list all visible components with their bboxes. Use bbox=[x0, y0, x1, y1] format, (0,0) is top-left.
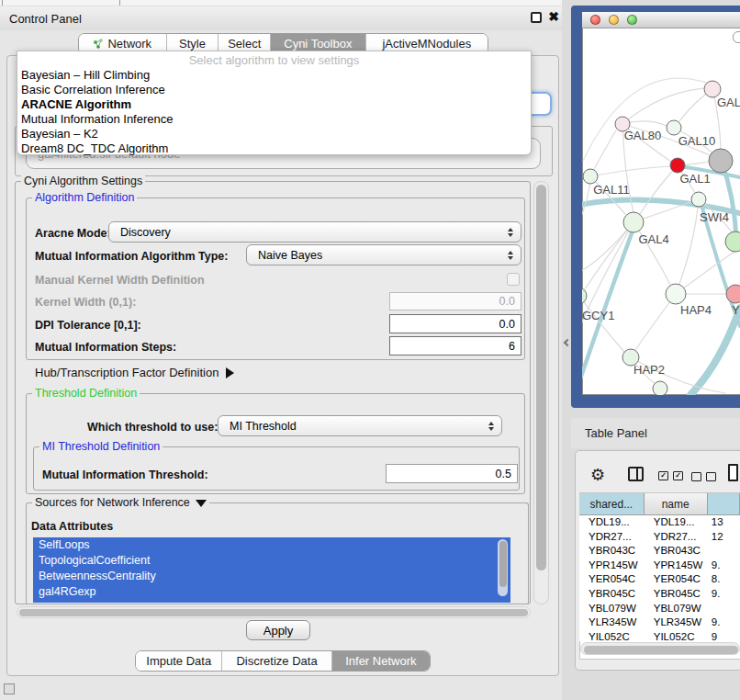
table-cell: YDL19... bbox=[645, 515, 708, 530]
dropdown-list: Bayesian – Hill ClimbingBasic Correlatio… bbox=[17, 68, 531, 156]
apply-button[interactable]: Apply bbox=[246, 620, 310, 640]
splitter-handle[interactable] bbox=[564, 339, 571, 346]
deselect-all-checkbox-icon[interactable] bbox=[706, 472, 716, 481]
settings-hscroll-thumb[interactable] bbox=[19, 609, 528, 616]
table-cell: YBR043C bbox=[645, 544, 708, 559]
dropdown-item[interactable]: Basic Correlation Inference bbox=[17, 83, 531, 97]
table-cell: YBR045C bbox=[645, 587, 708, 602]
settings-vertical-scrollbar[interactable] bbox=[533, 181, 549, 604]
tab-label: Style bbox=[179, 37, 206, 51]
network-window-titlebar[interactable] bbox=[582, 12, 740, 28]
network-node-label: GAL11 bbox=[593, 183, 630, 197]
kernel-width-field[interactable]: 0.0 bbox=[389, 292, 521, 310]
table-cell: 9 bbox=[708, 630, 740, 641]
dropdown-item[interactable]: Dream8 DC_TDC Algorithm bbox=[17, 141, 531, 156]
network-node[interactable] bbox=[709, 149, 733, 173]
table-panel-title: Table Panel bbox=[585, 426, 647, 440]
network-node-label: Y bbox=[732, 303, 740, 317]
network-node-gcy1[interactable] bbox=[582, 288, 587, 304]
gear-icon[interactable]: ⚙ bbox=[590, 465, 605, 485]
new-table-icon[interactable] bbox=[728, 464, 738, 481]
attribute-item[interactable]: BetweennessCentrality bbox=[33, 569, 510, 584]
table-row[interactable]: YPR145WYPR145W9. bbox=[579, 559, 740, 573]
control-panel-titlebar: Control Panel bbox=[0, 6, 562, 30]
table-row[interactable]: YBR043CYBR043C bbox=[579, 544, 740, 559]
table-row[interactable]: YDR27...YDR27...12 bbox=[579, 530, 740, 545]
close-icon[interactable]: ✖ bbox=[547, 9, 560, 24]
data-attributes-list: SelfLoopsTopologicalCoefficientBetweenne… bbox=[33, 537, 510, 603]
mi-steps-field[interactable]: 6 bbox=[389, 336, 521, 356]
dpi-tolerance-field[interactable]: 0.0 bbox=[389, 314, 521, 333]
network-node-swi4[interactable] bbox=[691, 192, 706, 207]
column-header[interactable]: shared... bbox=[579, 493, 645, 515]
table-row[interactable]: YBR045CYBR045C9. bbox=[579, 587, 740, 602]
dropdown-item[interactable]: Bayesian – K2 bbox=[17, 127, 531, 141]
column-header[interactable] bbox=[708, 493, 740, 515]
mi-type-combobox[interactable]: Naive Bayes bbox=[246, 244, 521, 265]
table-horizontal-scrollbar[interactable] bbox=[580, 642, 740, 655]
kernel-width-label: Kernel Width (0,1): bbox=[35, 296, 136, 309]
attributes-scrollbar[interactable] bbox=[498, 539, 508, 596]
attribute-item[interactable]: TopologicalCoefficient bbox=[33, 553, 510, 569]
network-node-hap4[interactable] bbox=[666, 284, 686, 304]
manual-kernel-checkbox[interactable] bbox=[507, 273, 520, 286]
stepper-arrows-icon bbox=[503, 228, 518, 237]
tab-label: Select bbox=[228, 37, 261, 51]
column-header[interactable]: name bbox=[645, 493, 708, 515]
tab-impute-data[interactable]: Impute Data bbox=[136, 651, 221, 671]
tab-infer-network[interactable]: Infer Network bbox=[331, 651, 430, 671]
attribute-item[interactable]: gal4RGexp bbox=[33, 584, 510, 600]
network-canvas[interactable]: GALGAL80GAL10GAL1GAL11SWI4GAL4GCY1HAP4YH… bbox=[582, 28, 740, 395]
table-row[interactable]: YLR345WYLR345W9. bbox=[579, 615, 740, 630]
minimize-traffic-light-icon[interactable] bbox=[609, 15, 619, 25]
table-row[interactable]: YER054CYER054C8. bbox=[579, 572, 740, 587]
mi-type-label: Mutual Information Algorithm Type: bbox=[35, 250, 228, 263]
network-node[interactable] bbox=[653, 381, 667, 395]
attribute-item[interactable]: SelfLoops bbox=[33, 537, 510, 553]
select-all-checkbox-icon[interactable]: ✓ bbox=[658, 471, 668, 480]
aracne-mode-label: Aracne Mode: bbox=[35, 227, 111, 240]
expander-right-icon bbox=[226, 367, 234, 378]
table-row[interactable]: YDL19...YDL19...13 bbox=[579, 515, 740, 530]
mi-threshold-label: Mutual Information Threshold: bbox=[42, 469, 208, 481]
network-node[interactable] bbox=[725, 231, 740, 252]
network-node-gal11[interactable] bbox=[583, 169, 598, 184]
close-traffic-light-icon[interactable] bbox=[590, 15, 600, 25]
network-node-gal10[interactable] bbox=[667, 120, 681, 135]
which-threshold-combobox[interactable]: MI Threshold bbox=[218, 415, 502, 436]
table-cell bbox=[708, 544, 740, 559]
mi-threshold-field[interactable]: 0.5 bbox=[386, 464, 518, 483]
top-strip bbox=[0, 0, 562, 6]
table-row[interactable]: YBL079WYBL079W bbox=[579, 602, 740, 616]
settings-horizontal-scrollbar[interactable] bbox=[17, 606, 531, 618]
dropdown-item[interactable]: Bayesian – Hill Climbing bbox=[17, 68, 531, 83]
zoom-traffic-light-icon[interactable] bbox=[627, 15, 637, 25]
network-node-y[interactable] bbox=[726, 285, 740, 303]
manual-kernel-label: Manual Kernel Width Definition bbox=[35, 274, 205, 287]
settings-group-title: Cyni Algorithm Settings bbox=[21, 175, 145, 187]
settings-scroll-thumb[interactable] bbox=[536, 185, 546, 570]
select-all-checkbox-icon[interactable]: ✓ bbox=[673, 471, 683, 480]
restore-icon[interactable] bbox=[531, 12, 542, 23]
collapsed-panel-icon[interactable] bbox=[4, 683, 15, 694]
hub-factor-expander[interactable]: Hub/Transcription Factor Definition bbox=[35, 366, 234, 379]
aracne-mode-combobox[interactable]: Discovery bbox=[108, 221, 521, 243]
network-edge bbox=[690, 308, 740, 395]
dropdown-item[interactable]: ARACNE Algorithm bbox=[17, 97, 531, 112]
table-panel-titlebar: Table Panel bbox=[571, 418, 740, 448]
network-node-gal1[interactable] bbox=[670, 158, 685, 173]
network-icon bbox=[93, 39, 104, 50]
deselect-all-checkbox-icon[interactable] bbox=[691, 472, 701, 481]
table-row[interactable]: YIL052CYIL052C9 bbox=[579, 630, 740, 641]
network-node-gal4[interactable] bbox=[623, 212, 644, 232]
which-threshold-value: MI Threshold bbox=[230, 420, 484, 433]
data-attributes-label: Data Attributes bbox=[31, 520, 113, 533]
network-edge bbox=[582, 222, 633, 349]
network-edge bbox=[582, 180, 590, 239]
table-hscroll-thumb[interactable] bbox=[584, 646, 738, 654]
dropdown-item[interactable]: Mutual Information Inference bbox=[17, 112, 531, 127]
column-layout-icon[interactable] bbox=[628, 467, 644, 481]
network-node-label: HAP2 bbox=[633, 363, 665, 377]
attributes-scroll-thumb[interactable] bbox=[499, 541, 507, 587]
tab-discretize-data[interactable]: Discretize Data bbox=[221, 651, 331, 671]
